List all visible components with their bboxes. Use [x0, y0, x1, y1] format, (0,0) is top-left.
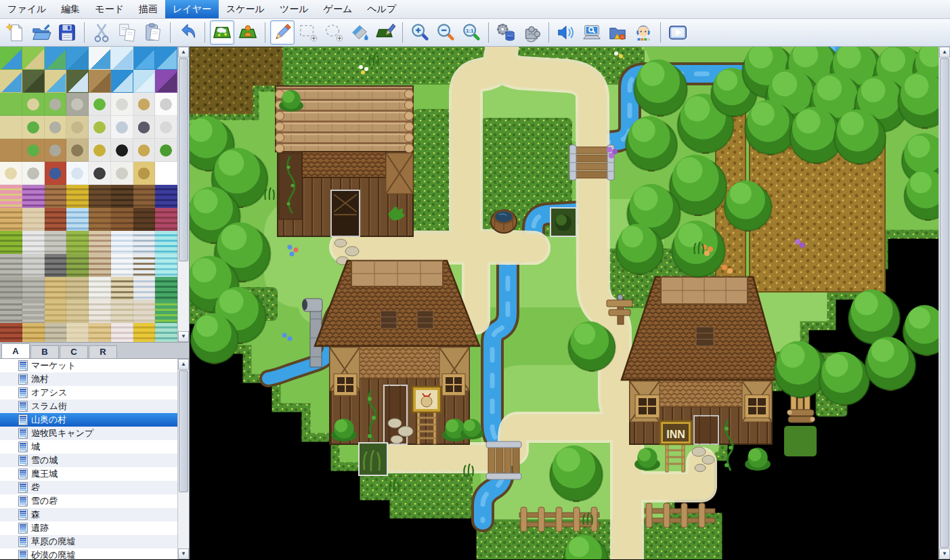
database-button[interactable] — [494, 20, 518, 45]
scroll-up-icon[interactable]: ▲ — [939, 47, 950, 58]
palette-tile-r7-c0[interactable] — [0, 208, 22, 231]
event-mode-button[interactable] — [236, 20, 260, 45]
palette-tile-r11-c4[interactable] — [89, 300, 111, 323]
palette-tile-r1-c1[interactable] — [22, 70, 45, 93]
scroll-down-icon[interactable]: ▼ — [939, 548, 950, 559]
palette-tile-r11-c1[interactable] — [22, 300, 45, 323]
menu-item-0[interactable]: ファイル — [0, 0, 53, 18]
palette-tile-r1-c6[interactable] — [133, 70, 156, 93]
menu-item-2[interactable]: モード — [87, 0, 131, 18]
map-list-scroll-thumb[interactable] — [179, 370, 188, 492]
palette-tile-r8-c3[interactable] — [66, 231, 89, 254]
palette-tile-r2-c0[interactable] — [0, 93, 22, 116]
palette-tile-r5-c1[interactable] — [22, 162, 45, 185]
zoom-in-button[interactable] — [408, 20, 432, 45]
palette-tile-r6-c2[interactable] — [45, 185, 67, 208]
scroll-up-icon[interactable]: ▲ — [178, 47, 189, 58]
palette-tile-r10-c7[interactable] — [155, 277, 177, 300]
palette-tile-r8-c6[interactable] — [133, 231, 156, 254]
palette-scroll-track[interactable] — [178, 262, 189, 331]
palette-tile-r7-c6[interactable] — [133, 208, 156, 231]
palette-tile-r3-c7[interactable] — [155, 116, 177, 139]
palette-tile-r3-c4[interactable] — [89, 116, 111, 139]
palette-tile-r2-c5[interactable] — [111, 93, 133, 116]
palette-tile-r1-c3[interactable] — [66, 70, 89, 93]
map-list-item-3[interactable]: スラム街 — [0, 400, 177, 413]
palette-tab-b[interactable]: B — [30, 345, 59, 358]
palette-tile-r5-c6[interactable] — [133, 162, 156, 185]
palette-tile-r2-c4[interactable] — [89, 93, 111, 116]
palette-tile-r9-c6[interactable] — [133, 254, 156, 277]
palette-tile-r8-c0[interactable] — [0, 231, 22, 254]
map-list-item-8[interactable]: 魔王城 — [0, 467, 177, 481]
palette-tile-r0-c3[interactable] — [66, 47, 89, 70]
palette-tab-r[interactable]: R — [89, 345, 117, 358]
undo-button[interactable] — [175, 20, 200, 45]
palette-tile-r6-c5[interactable] — [111, 185, 133, 208]
character-generator-button[interactable] — [631, 20, 655, 45]
map-list-item-7[interactable]: 雪の城 — [0, 454, 177, 467]
new-project-button[interactable] — [3, 20, 28, 45]
palette-tile-r6-c7[interactable] — [155, 185, 177, 208]
palette-tile-r0-c5[interactable] — [111, 47, 133, 70]
menu-item-7[interactable]: ゲーム — [316, 0, 360, 18]
palette-tile-r2-c7[interactable] — [155, 93, 177, 116]
plugin-manager-button[interactable] — [519, 20, 544, 45]
canvas-scroll-thumb[interactable] — [940, 58, 949, 548]
map-list-item-5[interactable]: 遊牧民キャンプ — [0, 427, 177, 440]
palette-tile-r2-c6[interactable] — [133, 93, 156, 116]
palette-tile-r11-c2[interactable] — [45, 300, 67, 323]
palette-tile-r11-c7[interactable] — [155, 300, 177, 323]
palette-tile-r9-c3[interactable] — [66, 254, 89, 277]
save-project-button[interactable] — [55, 20, 79, 45]
palette-tab-a[interactable]: A — [1, 343, 30, 358]
palette-tile-r3-c3[interactable] — [66, 116, 89, 139]
palette-tile-r4-c7[interactable] — [155, 139, 177, 162]
palette-tile-r8-c2[interactable] — [45, 231, 67, 254]
palette-tile-r12-c4[interactable] — [89, 323, 111, 342]
palette-tile-r1-c5[interactable] — [111, 70, 133, 93]
palette-tile-r9-c2[interactable] — [45, 254, 67, 277]
palette-tile-r4-c3[interactable] — [66, 139, 89, 162]
palette-tile-r5-c3[interactable] — [66, 162, 89, 185]
palette-tile-r12-c2[interactable] — [45, 323, 67, 342]
paste-button[interactable] — [141, 20, 165, 45]
palette-tile-r1-c2[interactable] — [45, 70, 67, 93]
ellipse-tool-button[interactable] — [322, 20, 346, 45]
palette-tile-r0-c0[interactable] — [0, 47, 22, 70]
map-list-item-10[interactable]: 雪の砦 — [0, 494, 177, 508]
palette-tile-r0-c6[interactable] — [133, 47, 156, 70]
palette-tile-r5-c2[interactable] — [45, 162, 67, 185]
scroll-down-icon[interactable]: ▼ — [178, 331, 189, 342]
palette-tile-r5-c7[interactable] — [155, 162, 177, 185]
palette-tile-r7-c7[interactable] — [155, 208, 177, 231]
palette-tile-r3-c5[interactable] — [111, 116, 133, 139]
palette-tile-r5-c0[interactable] — [0, 162, 22, 185]
palette-tile-r10-c4[interactable] — [89, 277, 111, 300]
palette-tile-r3-c6[interactable] — [133, 116, 156, 139]
palette-tile-r0-c1[interactable] — [22, 47, 45, 70]
map-list-item-11[interactable]: 森 — [0, 508, 177, 521]
palette-tile-r7-c5[interactable] — [111, 208, 133, 231]
map-list-item-12[interactable]: 遺跡 — [0, 521, 177, 535]
palette-tile-r0-c4[interactable] — [89, 47, 111, 70]
cut-button[interactable] — [89, 20, 114, 45]
menu-item-3[interactable]: 描画 — [131, 0, 165, 18]
palette-tile-r12-c0[interactable] — [0, 323, 22, 342]
palette-tile-r2-c3[interactable] — [66, 93, 89, 116]
flood-fill-tool-button[interactable] — [347, 20, 372, 45]
map-list-item-6[interactable]: 城 — [0, 440, 177, 454]
palette-tile-r9-c7[interactable] — [155, 254, 177, 277]
canvas-scrollbar[interactable]: ▲ ▼ — [938, 47, 950, 559]
map-edit-canvas[interactable]: INN — [190, 47, 938, 559]
palette-tile-r10-c2[interactable] — [45, 277, 67, 300]
palette-tile-r2-c2[interactable] — [45, 93, 67, 116]
zoom-out-button[interactable] — [433, 20, 458, 45]
palette-tile-r9-c0[interactable] — [0, 254, 22, 277]
palette-tile-r11-c6[interactable] — [133, 300, 156, 323]
palette-tile-r11-c3[interactable] — [66, 300, 89, 323]
palette-tile-r6-c6[interactable] — [133, 185, 156, 208]
menu-item-1[interactable]: 編集 — [53, 0, 87, 18]
menu-item-6[interactable]: ツール — [272, 0, 316, 18]
pencil-tool-button[interactable] — [270, 20, 295, 45]
